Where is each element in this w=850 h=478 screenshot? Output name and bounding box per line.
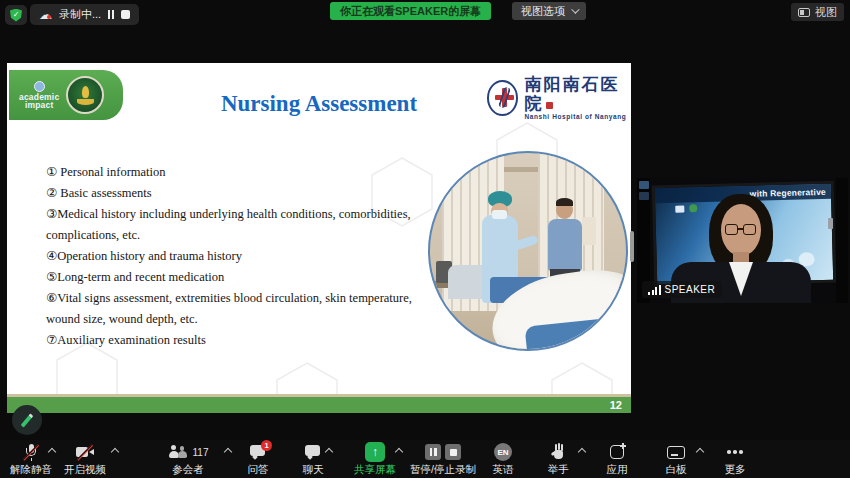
chevron-down-icon: [571, 5, 579, 13]
list-item: ⑥Vital signs assessment, extremities blo…: [46, 288, 431, 330]
screen-text: with Regenerative: [750, 187, 826, 199]
security-button[interactable]: ✓: [5, 5, 27, 25]
glasses-icon: [725, 224, 738, 235]
hospital-name-cn: 南阳南石医院: [524, 75, 619, 113]
participants-count: 117: [193, 447, 209, 458]
hospital-logo: 南阳南石医院 Nanshi Hospital of Nanyang: [487, 75, 631, 120]
more-icon: [727, 450, 743, 454]
view-options-button[interactable]: 视图选项: [512, 2, 586, 20]
share-screen-label: 共享屏幕: [354, 462, 396, 476]
recording-indicator: ☁ 录制中...: [30, 4, 139, 25]
un-emblem-icon: [34, 81, 45, 92]
patient-figure: [548, 219, 582, 271]
raise-hand-icon: [551, 444, 565, 460]
pause-stop-recording-button[interactable]: 暂停/停止录制: [406, 442, 480, 478]
recording-dot-icon: [47, 15, 51, 19]
slide-footer-bar: 12: [7, 397, 631, 413]
participants-button[interactable]: 117 参会者: [155, 442, 221, 478]
stop-recording-button[interactable]: [121, 10, 130, 19]
interpretation-button[interactable]: EN 英语: [479, 442, 527, 478]
meeting-window: ✓ ☁ 录制中... 你正在观看SPEAKER的屏幕 视图选项 视图: [0, 0, 850, 478]
qa-label: 问答: [248, 462, 269, 476]
list-item: ② Basic assessments: [46, 183, 431, 204]
raise-hand-button[interactable]: 举手: [534, 442, 582, 478]
meeting-toolbar: 解除静音 开启视频 117 参会者 1 问答 聊天 ↑ 共享屏幕: [0, 440, 850, 478]
academic-impact-text-line2: impact: [25, 101, 54, 110]
annotate-button[interactable]: [12, 405, 42, 435]
page-number: 12: [610, 399, 622, 411]
pencil-icon: [21, 413, 34, 427]
apps-label: 应用: [607, 462, 628, 476]
hospital-emblem-icon: [487, 80, 518, 116]
share-screen-button[interactable]: ↑ 共享屏幕: [344, 442, 406, 478]
view-options-label: 视图选项: [521, 4, 565, 19]
speaker-name-pill: SPEAKER: [642, 281, 722, 298]
record-label: 暂停/停止录制: [410, 462, 476, 476]
chat-icon: [305, 445, 321, 459]
mic-off-icon: [25, 444, 38, 461]
list-item: ⑦Auxiliary examination results: [46, 330, 431, 351]
watching-screen-banner: 你正在观看SPEAKER的屏幕: [330, 2, 491, 20]
stop-record-icon[interactable]: [445, 444, 461, 460]
chat-button[interactable]: 聊天: [287, 442, 339, 478]
share-screen-icon: ↑: [365, 442, 385, 462]
qa-icon: 1: [250, 445, 266, 459]
slide-title: Nursing Assessment: [104, 91, 534, 117]
whiteboard-icon: [667, 446, 685, 459]
more-label: 更多: [725, 462, 746, 476]
apps-icon: [610, 445, 624, 459]
chat-label: 聊天: [303, 462, 324, 476]
pause-record-icon[interactable]: [425, 444, 441, 460]
green-emblem-icon: [66, 76, 104, 114]
qa-button[interactable]: 1 问答: [232, 442, 284, 478]
start-video-label: 开启视频: [64, 462, 106, 476]
list-item: ⑤Long-term and recent medication: [46, 267, 431, 288]
list-item: ① Personal information: [46, 162, 431, 183]
participants-chevron-icon[interactable]: [224, 448, 232, 456]
interpretation-label: 英语: [493, 462, 514, 476]
assessment-list: ① Personal information ② Basic assessmen…: [46, 162, 431, 351]
hospital-name-en: Nanshi Hospital of Nanyang: [524, 113, 631, 120]
speaker-label: SPEAKER: [665, 284, 716, 295]
start-video-button[interactable]: 开启视频: [56, 442, 114, 478]
list-item: ③Medical history including underlying he…: [46, 204, 431, 246]
hospital-photo: [428, 151, 628, 351]
camera-off-icon: [76, 446, 94, 459]
panel-divider-handle[interactable]: [630, 231, 634, 262]
more-button[interactable]: 更多: [712, 442, 758, 478]
list-item: ④Operation history and trauma history: [46, 246, 431, 267]
whiteboard-label: 白板: [666, 462, 687, 476]
participants-label: 参会者: [172, 462, 204, 476]
speaker-video-thumbnail[interactable]: with Regenerative SPEAKER: [637, 178, 848, 303]
pause-recording-button[interactable]: [108, 9, 114, 21]
view-label: 视图: [815, 5, 837, 20]
unmute-label: 解除静音: [10, 462, 52, 476]
view-button[interactable]: 视图: [791, 3, 844, 21]
shield-check-icon: ✓: [10, 9, 22, 22]
raise-hand-label: 举手: [548, 462, 569, 476]
apps-button[interactable]: 应用: [592, 442, 642, 478]
language-icon: EN: [494, 443, 512, 461]
qa-badge: 1: [261, 440, 272, 451]
whiteboard-button[interactable]: 白板: [651, 442, 701, 478]
layout-icon: [798, 8, 810, 17]
audio-level-icon: [648, 285, 661, 295]
shared-screen-slide: academic impact Nursing Assessment 南阳南石医…: [7, 63, 631, 413]
watching-screen-text: 你正在观看SPEAKER的屏幕: [340, 4, 481, 19]
un-academic-impact-logo: academic impact: [19, 81, 59, 110]
red-seal-icon: [546, 102, 553, 109]
participants-icon: [168, 445, 187, 459]
recording-label: 录制中...: [59, 7, 101, 22]
